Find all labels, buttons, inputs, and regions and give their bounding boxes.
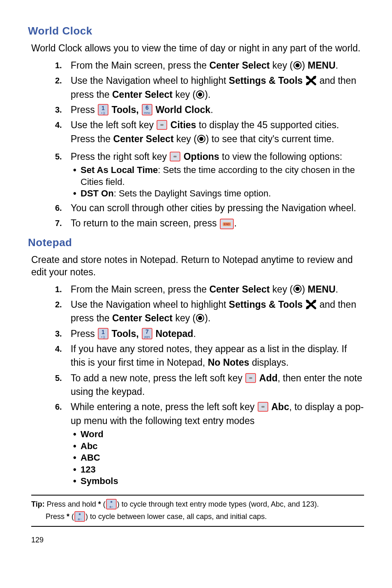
svg-point-16	[199, 137, 203, 141]
notepad-steps: 1. From the Main screen, press the Cente…	[55, 283, 364, 487]
tip-text: ) to cycle between lower case, all caps,…	[85, 512, 267, 521]
key-7-icon: 7pqrs	[141, 327, 153, 340]
bullet-text: : Sets the Daylight Savings time option.	[114, 188, 271, 198]
sub-bullet: •Set As Local Time: Sets the time accord…	[71, 164, 364, 188]
list-item: 6. While entering a note, press the left…	[55, 400, 364, 487]
left-softkey-icon	[245, 373, 256, 383]
end-key-icon: END	[219, 218, 234, 230]
tools-icon	[305, 299, 317, 310]
star-key-icon: *⊕↑	[74, 511, 85, 522]
center-select-icon	[197, 134, 206, 143]
step-number: 2.	[55, 75, 62, 87]
svg-text:END: END	[224, 223, 230, 226]
step-text: displays.	[249, 357, 289, 368]
step-text-bold: Tools,	[112, 328, 139, 339]
tip-text: (	[101, 500, 106, 508]
step-text-bold: Center Select	[113, 134, 174, 144]
sub-bullet: •DST On: Sets the Daylight Savings time …	[71, 188, 364, 200]
step-number: 7.	[55, 217, 62, 229]
svg-text:pqrs: pqrs	[144, 335, 150, 339]
step-text-bold: Options	[184, 151, 219, 162]
step-text: Press	[71, 104, 97, 115]
svg-rect-18	[173, 156, 177, 157]
page-number: 129	[31, 536, 364, 544]
list-item: 5. To add a new note, press the left sof…	[55, 371, 364, 399]
star-key-icon: *⊕↑	[106, 498, 117, 510]
svg-rect-14	[160, 124, 164, 126]
step-text: To return to the main screen, press	[71, 218, 219, 228]
step-text: From the Main screen, press the	[71, 60, 209, 71]
list-item: 3. Press 1• )) Tools, 6mno World Clock.	[55, 103, 364, 117]
step-text: )	[302, 284, 308, 295]
sub-bullet: •123	[71, 464, 364, 476]
tip-text: Press	[46, 512, 67, 521]
list-item: 5. Press the right soft key Options to v…	[55, 150, 364, 200]
center-select-icon	[293, 284, 302, 293]
notepad-intro: Create and store notes in Notepad. Retur…	[31, 254, 364, 279]
bullet-label: Abc	[81, 441, 98, 451]
tools-icon	[305, 75, 317, 86]
svg-text:• )): • ))	[101, 111, 105, 115]
left-softkey-icon	[156, 120, 168, 130]
svg-point-4	[307, 82, 309, 85]
key-6-icon: 6mno	[141, 104, 153, 116]
step-text: key (	[173, 89, 196, 100]
svg-text:mno: mno	[144, 111, 150, 115]
svg-rect-36	[249, 377, 252, 379]
step-number: 4.	[55, 343, 62, 355]
list-item: 6. You can scroll through other cities b…	[55, 201, 364, 215]
svg-text:⊕↑: ⊕↑	[109, 505, 113, 508]
center-select-icon	[196, 314, 205, 323]
step-text-bold: Abc	[271, 401, 289, 412]
svg-point-26	[307, 306, 309, 309]
bullet-label: Symbols	[81, 476, 118, 486]
bullet-label: 123	[81, 464, 96, 475]
step-text-bold: MENU	[308, 60, 336, 71]
step-text: .	[210, 104, 213, 115]
tip-text: (	[69, 512, 74, 521]
step-number: 6.	[55, 401, 62, 413]
step-text: From the Main screen, press the	[71, 284, 209, 295]
bullet-label: DST On	[81, 188, 114, 198]
step-number: 5.	[55, 372, 62, 384]
center-select-icon	[293, 61, 302, 70]
tip-box: Tip: Press and hold * (*⊕↑) to cycle thr…	[31, 495, 364, 527]
svg-text:⊕↑: ⊕↑	[78, 518, 82, 521]
list-item: 4. Use the left soft key Cities to displ…	[55, 118, 364, 146]
step-text: To add a new note, press the left soft k…	[71, 373, 245, 383]
list-item: 2. Use the Navigation wheel to highlight…	[55, 298, 364, 325]
notepad-heading: Notepad	[28, 236, 364, 249]
step-number: 3.	[55, 328, 62, 340]
list-item: 3. Press 1• )) Tools, 7pqrs Notepad.	[55, 327, 364, 341]
step-text: Use the Navigation wheel to highlight	[71, 299, 229, 310]
svg-text:1: 1	[101, 329, 105, 335]
step-text-bold: Tools,	[112, 104, 139, 115]
step-text: ) to see that city's current time.	[206, 134, 334, 144]
step-text: key (	[270, 284, 293, 295]
svg-text:6: 6	[145, 104, 149, 111]
sub-bullet: •Symbols	[71, 475, 364, 487]
tip-text-bold: *	[67, 512, 69, 521]
left-softkey-icon	[257, 401, 269, 412]
step-text: .	[336, 60, 338, 71]
step-text: .	[336, 284, 338, 295]
list-item: 1. From the Main screen, press the Cente…	[55, 59, 364, 72]
step-text: to view the following options:	[219, 151, 342, 162]
bullet-label: ABC	[81, 452, 100, 463]
svg-point-23	[295, 287, 300, 291]
step-number: 4.	[55, 119, 62, 131]
step-text-bold: MENU	[308, 284, 336, 295]
bullet-label: Word	[81, 429, 104, 439]
tip-label: Tip:	[31, 500, 45, 508]
step-text: key (	[270, 60, 293, 71]
sub-bullet: •ABC	[71, 452, 364, 464]
right-softkey-icon	[169, 151, 181, 162]
step-text-bold: Settings & Tools	[229, 299, 303, 310]
list-item: 1. From the Main screen, press the Cente…	[55, 283, 364, 296]
step-text-bold: Settings & Tools	[229, 75, 303, 86]
step-text-bold: Add	[259, 373, 278, 383]
step-text: ).	[205, 89, 210, 100]
svg-point-1	[295, 63, 300, 67]
step-text-bold: World Clock	[155, 104, 210, 115]
step-text-bold: Cities	[171, 120, 196, 130]
